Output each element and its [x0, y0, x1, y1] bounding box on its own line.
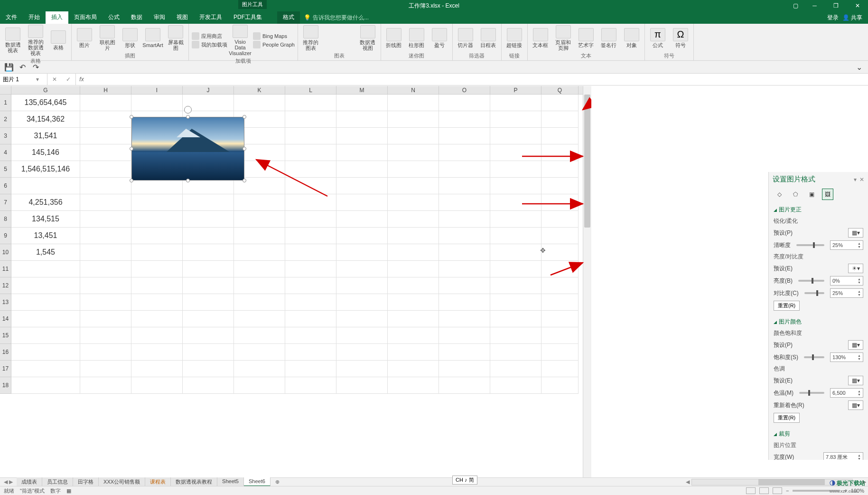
cell[interactable]: [285, 277, 336, 294]
row-header[interactable]: 10: [0, 244, 11, 261]
cell[interactable]: [234, 211, 285, 228]
scrollbar-thumb[interactable]: [584, 95, 590, 228]
row-header[interactable]: 4: [0, 144, 11, 161]
column-header[interactable]: P: [490, 86, 541, 94]
cell[interactable]: [234, 311, 285, 327]
cell[interactable]: [490, 327, 541, 344]
cell[interactable]: [234, 327, 285, 344]
cell[interactable]: [388, 344, 439, 361]
cell[interactable]: [80, 228, 131, 244]
undo-button[interactable]: ↶: [18, 63, 27, 71]
cell[interactable]: [336, 377, 388, 394]
cell[interactable]: [131, 344, 183, 361]
minimize-button[interactable]: ─: [804, 0, 825, 11]
cell[interactable]: [80, 244, 131, 261]
timeline-button[interactable]: 日程表: [478, 28, 498, 48]
select-all-corner[interactable]: [0, 86, 11, 95]
horizontal-scrollbar[interactable]: [691, 479, 853, 485]
cell[interactable]: [388, 111, 439, 128]
tell-me-search[interactable]: 💡 告诉我您想要做什么...: [300, 11, 373, 24]
cell[interactable]: 34,154,362: [11, 111, 80, 128]
resize-handle[interactable]: [130, 115, 133, 119]
cell[interactable]: [11, 261, 80, 277]
preset-dropdown[interactable]: ▦▾: [848, 228, 863, 238]
cell[interactable]: [388, 144, 439, 161]
cell[interactable]: [80, 144, 131, 161]
cell[interactable]: [541, 377, 579, 394]
cell[interactable]: [234, 344, 285, 361]
sheet-tab[interactable]: Sheet5: [217, 477, 244, 486]
column-header[interactable]: K: [234, 86, 285, 94]
cell[interactable]: [183, 277, 234, 294]
tab-pagelayout[interactable]: 页面布局: [68, 11, 103, 24]
cell[interactable]: [131, 294, 183, 311]
cell[interactable]: [234, 277, 285, 294]
signature-button[interactable]: 签名行: [599, 28, 619, 48]
cell[interactable]: [541, 144, 579, 161]
cell[interactable]: [541, 311, 579, 327]
preset-dropdown[interactable]: ▦▾: [848, 340, 863, 350]
cell[interactable]: [490, 228, 541, 244]
cell[interactable]: [490, 261, 541, 277]
touch-mode-button[interactable]: ⌄: [855, 63, 863, 71]
cell[interactable]: [285, 377, 336, 394]
cell[interactable]: [439, 95, 490, 111]
section-color[interactable]: 图片颜色: [774, 316, 863, 328]
textbox-button[interactable]: 文本框: [531, 28, 551, 48]
sheet-nav[interactable]: ◀ ▶: [0, 479, 17, 485]
screenshot-button[interactable]: 屏幕截图: [166, 25, 186, 51]
cell[interactable]: [490, 377, 541, 394]
cell[interactable]: [336, 178, 388, 194]
row-header[interactable]: 3: [0, 128, 11, 144]
cell[interactable]: [490, 95, 541, 111]
resize-handle[interactable]: [186, 115, 190, 119]
section-crop[interactable]: 裁剪: [774, 428, 863, 440]
enter-icon[interactable]: ✓: [66, 76, 71, 83]
cell[interactable]: [131, 327, 183, 344]
cell[interactable]: [11, 327, 80, 344]
cell[interactable]: [234, 194, 285, 211]
sharpness-value[interactable]: 25%▲▼: [830, 240, 863, 250]
column-header[interactable]: M: [336, 86, 388, 94]
tab-insert[interactable]: 插入: [46, 11, 68, 24]
cell[interactable]: 4,251,356: [11, 194, 80, 211]
cell[interactable]: [80, 327, 131, 344]
cell[interactable]: [285, 144, 336, 161]
cell[interactable]: [285, 261, 336, 277]
column-header[interactable]: H: [80, 86, 131, 94]
picture-icon[interactable]: 🖼: [822, 189, 833, 200]
cell[interactable]: [285, 178, 336, 194]
reset-button[interactable]: 重置(R): [774, 413, 800, 423]
temperature-value[interactable]: 6,500▲▼: [830, 388, 863, 398]
hscroll-left[interactable]: ◀: [686, 479, 691, 485]
cell[interactable]: [388, 327, 439, 344]
cell[interactable]: [490, 178, 541, 194]
sharpness-slider[interactable]: [796, 244, 824, 246]
cell[interactable]: [80, 361, 131, 377]
cell[interactable]: [490, 194, 541, 211]
tab-data[interactable]: 数据: [125, 11, 148, 24]
pictures-button[interactable]: 图片: [75, 28, 94, 48]
row-header[interactable]: 9: [0, 228, 11, 244]
cell[interactable]: [183, 377, 234, 394]
cell[interactable]: [183, 228, 234, 244]
cell[interactable]: [131, 311, 183, 327]
row-header[interactable]: 12: [0, 277, 11, 294]
resize-handle[interactable]: [243, 179, 246, 182]
visio-button[interactable]: Visio Data Visualizer: [230, 25, 250, 56]
cell[interactable]: [541, 294, 579, 311]
resize-handle[interactable]: [243, 115, 246, 119]
cell[interactable]: [490, 344, 541, 361]
cell[interactable]: [80, 178, 131, 194]
cell[interactable]: [388, 95, 439, 111]
cell[interactable]: [490, 277, 541, 294]
cell[interactable]: [80, 161, 131, 178]
row-header[interactable]: 15: [0, 327, 11, 344]
row-header[interactable]: 16: [0, 344, 11, 361]
row-header[interactable]: 1: [0, 95, 11, 111]
chevron-down-icon[interactable]: ▾: [36, 76, 39, 83]
worksheet-grid[interactable]: 1135,654,645234,154,362331,5414145,14651…: [0, 95, 583, 477]
bingmaps-button[interactable]: Bing Maps: [253, 32, 295, 40]
cell[interactable]: [439, 228, 490, 244]
cell[interactable]: [234, 244, 285, 261]
